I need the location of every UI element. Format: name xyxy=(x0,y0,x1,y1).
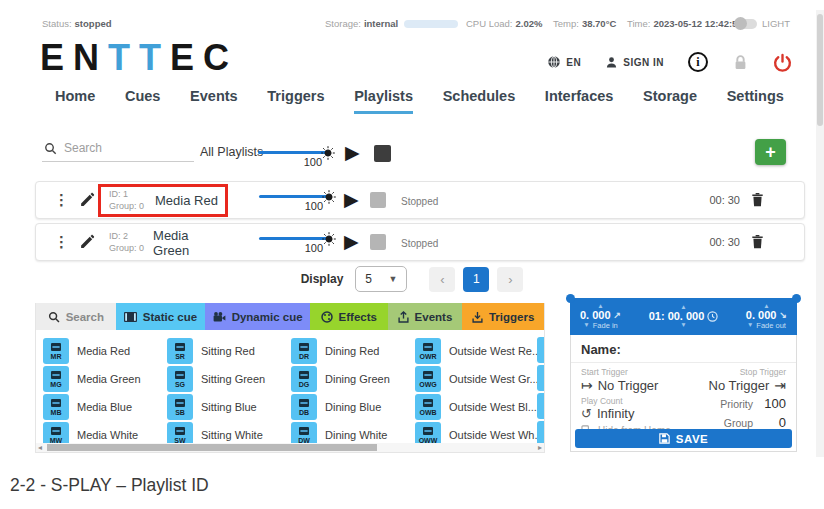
nav-tab-interfaces[interactable]: Interfaces xyxy=(545,88,614,114)
cue-item-sitting-white[interactable]: SW Sitting White xyxy=(167,421,291,443)
cue-item-outside-west-gr[interactable]: OWG Outside West Gr... xyxy=(415,365,539,393)
nav-tab-cues[interactable]: Cues xyxy=(125,88,160,114)
intensity-slider[interactable]: 100 xyxy=(259,187,331,213)
cue-item-sitting-green[interactable]: SG Sitting Green xyxy=(167,365,291,393)
sign-in-button[interactable]: SIGN IN xyxy=(605,56,664,69)
delete-icon[interactable] xyxy=(751,192,764,207)
save-button[interactable]: SAVE xyxy=(575,429,792,448)
master-intensity-value: 100 xyxy=(304,156,322,168)
current-page-button[interactable]: 1 xyxy=(463,267,489,292)
add-playlist-button[interactable]: + xyxy=(755,139,786,165)
info-icon[interactable]: i xyxy=(688,52,708,72)
fade-out-spinner[interactable]: ▲ 0. 000↘ ▼Fade out xyxy=(746,303,787,329)
nav-tab-triggers[interactable]: Triggers xyxy=(267,88,324,114)
tab-events[interactable]: Events xyxy=(388,303,463,330)
film-icon xyxy=(423,371,433,379)
horizontal-scrollbar[interactable]: ◂ ▸ xyxy=(36,443,544,452)
nav-tab-settings[interactable]: Settings xyxy=(727,88,784,114)
cue-item-sitting-blue[interactable]: SB Sitting Blue xyxy=(167,393,291,421)
scrollbar-thumb[interactable] xyxy=(817,14,823,126)
cue-item-dining-blue[interactable]: DB Dining Blue xyxy=(291,393,415,421)
vertical-scrollbar[interactable] xyxy=(816,10,824,457)
cue-item-sitting-red[interactable]: SR Sitting Red xyxy=(167,337,291,365)
master-intensity-slider[interactable]: 100 xyxy=(258,143,330,169)
delete-icon[interactable] xyxy=(751,234,764,249)
scrollbar-thumb[interactable] xyxy=(47,444,377,451)
play-icon[interactable]: ▶ xyxy=(344,232,359,251)
edit-icon[interactable] xyxy=(80,192,95,207)
palette-icon xyxy=(321,311,333,323)
intensity-slider[interactable]: 100 xyxy=(259,229,331,255)
edit-icon[interactable] xyxy=(80,234,95,249)
prev-page-button[interactable]: ‹ xyxy=(429,267,455,292)
main-nav: HomeCuesEventsTriggersPlaylistsSchedules… xyxy=(55,88,784,114)
page-size-select[interactable]: 5 ▼ xyxy=(355,266,407,292)
film-icon xyxy=(175,399,185,407)
kebab-menu-icon[interactable]: ⋮ xyxy=(54,233,69,251)
tab-search[interactable]: Search xyxy=(36,303,116,330)
name-field-label[interactable]: Name: xyxy=(571,335,796,363)
priority-field[interactable]: Priority100 xyxy=(720,396,786,411)
cue-item-media-blue[interactable]: MB Media Blue xyxy=(43,393,167,421)
next-page-button[interactable]: › xyxy=(497,267,523,292)
cue-item-media-red[interactable]: MR Media Red xyxy=(43,337,167,365)
playlist-search[interactable] xyxy=(42,141,194,162)
play-all-icon[interactable]: ▶ xyxy=(345,143,360,162)
power-icon[interactable] xyxy=(773,53,792,72)
stop-icon[interactable] xyxy=(370,234,386,250)
brightness-icon[interactable] xyxy=(320,145,336,161)
cpu-load: CPU Load: 2.02% xyxy=(466,18,542,29)
playlist-id: ID: 1 xyxy=(109,189,155,200)
tab-effects[interactable]: Effects xyxy=(310,303,388,330)
nav-tab-playlists[interactable]: Playlists xyxy=(354,88,413,114)
stop-all-icon[interactable] xyxy=(374,145,391,162)
nav-tab-schedules[interactable]: Schedules xyxy=(443,88,516,114)
figure-caption: 2-2 - S-PLAY – Playlist ID xyxy=(10,475,209,496)
playlist-editor-panel: ▲ 0. 000↗ ▼Fade in ▲ 01: 00. 000 ▼ ▲ 0. … xyxy=(570,298,797,452)
cue-item-dining-green[interactable]: DG Dining Green xyxy=(291,365,415,393)
spinner-down-icon[interactable]: ▼ xyxy=(583,322,589,329)
cue-item-outside-west-wh[interactable]: OWW Outside West Wh... xyxy=(415,421,539,443)
spinner-down-icon[interactable]: ▼ xyxy=(680,322,686,329)
cue-badge: SW xyxy=(167,422,193,443)
film-icon xyxy=(423,399,433,407)
lock-icon[interactable] xyxy=(732,54,749,71)
duration-spinner[interactable]: ▲ 01: 00. 000 ▼ xyxy=(649,304,719,329)
search-input[interactable] xyxy=(64,141,176,155)
cue-item-outside-west-bl[interactable]: OWB Outside West Bl... xyxy=(415,393,539,421)
toggle-switch-icon[interactable] xyxy=(737,19,757,29)
fade-in-spinner[interactable]: ▲ 0. 000↗ ▼Fade in xyxy=(580,303,621,329)
kebab-menu-icon[interactable]: ⋮ xyxy=(54,191,69,209)
playlist-list: ⋮ ID: 1Group: 0 Media Red 100 ▶ Stopped … xyxy=(35,181,805,265)
tab-dynamic-cue[interactable]: Dynamic cue xyxy=(205,303,310,330)
tab-triggers[interactable]: Triggers xyxy=(462,303,544,330)
scroll-right-icon[interactable]: ▸ xyxy=(538,443,542,452)
spinner-down-icon[interactable]: ▼ xyxy=(747,322,753,329)
selection-handle[interactable] xyxy=(566,294,575,303)
cue-item-media-white[interactable]: MW Media White xyxy=(43,421,167,443)
theme-toggle[interactable]: LIGHT xyxy=(737,18,790,29)
stop-icon[interactable] xyxy=(370,192,386,208)
start-trigger-field[interactable]: Start Trigger ↦No Trigger xyxy=(581,367,658,393)
nav-tab-home[interactable]: Home xyxy=(55,88,95,114)
brightness-icon[interactable] xyxy=(321,231,337,247)
play-count-field[interactable]: ↺Infinity xyxy=(581,406,671,421)
cue-item-dining-red[interactable]: DR Dining Red xyxy=(291,337,415,365)
tab-static-cue[interactable]: Static cue xyxy=(116,303,206,330)
brightness-icon[interactable] xyxy=(321,189,337,205)
play-icon[interactable]: ▶ xyxy=(344,190,359,209)
stop-trigger-field[interactable]: Stop Trigger No Trigger⇥ xyxy=(709,367,786,393)
nav-tab-storage[interactable]: Storage xyxy=(643,88,697,114)
film-icon xyxy=(51,399,61,407)
language-selector[interactable]: EN xyxy=(547,55,581,69)
nav-tab-events[interactable]: Events xyxy=(190,88,238,114)
cue-item-outside-west-re[interactable]: OWR Outside West Re... xyxy=(415,337,539,365)
display-label: Display xyxy=(301,272,344,286)
playlist-duration: 00: 30 xyxy=(709,236,740,248)
fade-in-icon: ↗ xyxy=(614,311,622,320)
cue-item-dining-white[interactable]: DW Dining White xyxy=(291,421,415,443)
cue-item-media-green[interactable]: MG Media Green xyxy=(43,365,167,393)
group-field[interactable]: Group0 xyxy=(720,415,786,430)
scroll-left-icon[interactable]: ◂ xyxy=(38,443,42,452)
selection-handle[interactable] xyxy=(792,294,801,303)
